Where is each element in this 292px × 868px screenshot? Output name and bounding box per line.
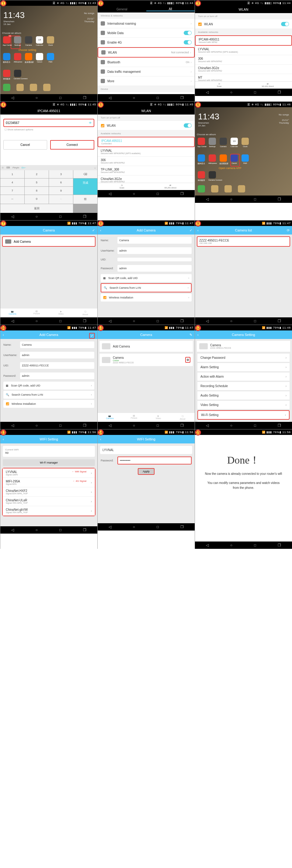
wifi-password-input[interactable]: •••••••••••: [117, 457, 192, 464]
setting-action-alarm[interactable]: Action with Alarm›: [197, 372, 290, 381]
wifi-item[interactable]: 306Secured with WPA/WPA2: [98, 157, 195, 166]
wifi-item[interactable]: LYVNALSecured with WPA/WPA2 (WPS availab…: [195, 46, 292, 55]
wifi-option[interactable]: ChinaNet-HXF2Signal:83% WPA_TKIP›: [3, 487, 95, 497]
tab-video[interactable]: ▶Video: [49, 310, 73, 315]
setting-change-password[interactable]: Change Password›: [197, 353, 290, 362]
camera-item[interactable]: Camera Online ZZZZ-495011-FECCE ⚙: [100, 353, 193, 366]
key[interactable]: 1: [0, 170, 24, 178]
app-camera[interactable]: Camera: [25, 36, 33, 46]
wireless-install-button[interactable]: 📶Wireless Installation›: [3, 400, 94, 408]
key[interactable]: 8: [25, 187, 49, 195]
app-kugou[interactable]: 酷狗音乐: [3, 53, 11, 64]
dock-contacts[interactable]: [16, 84, 24, 92]
key[interactable]: 9: [49, 187, 73, 195]
add-camera-row[interactable]: Add Camera: [100, 341, 193, 352]
setting-video[interactable]: Video Setting›: [197, 401, 290, 409]
wifi-option[interactable]: LYVNALSignal:100%›← Wifi Signal: [3, 468, 95, 478]
key[interactable]: ↔: [0, 195, 24, 204]
wifi-option[interactable]: MIFI-295ASignal:89%›← 4G Signal: [3, 478, 95, 487]
scan-button[interactable]: ⟳Scan: [98, 184, 146, 189]
wifi-item[interactable]: LYVNALSecured with WPA/WPA2 (WPS availab…: [98, 147, 195, 157]
wifi-item[interactable]: 306Secured with WPA/WPA2: [195, 55, 292, 65]
wifi-manager-button[interactable]: Wi-Fi manager: [3, 459, 95, 466]
tab-all[interactable]: All: [146, 7, 195, 11]
wlan-toggle-row[interactable]: 📶WLAN: [98, 121, 195, 130]
key[interactable]: 7: [0, 187, 24, 195]
setting-wifi[interactable]: Wi-Fi Setting›: [197, 410, 290, 420]
check-icon[interactable]: ✓: [89, 333, 95, 339]
refresh-icon[interactable]: ⟳: [287, 228, 290, 232]
name-input[interactable]: Camera: [117, 237, 192, 244]
wlan-direct-button[interactable]: ⇄WLAN direct: [244, 83, 292, 87]
tab-about[interactable]: ⓘAbout: [73, 310, 97, 315]
tab-picture[interactable]: 🖼Picture: [25, 310, 49, 315]
wlan-toggle-row[interactable]: 📶WLAN: [195, 20, 292, 29]
wifi-option[interactable]: ChinaNet-ULaRSignal:78% WPA_TKIP›: [3, 497, 95, 506]
add-camera-button[interactable]: Add Camera: [2, 236, 96, 247]
username-input[interactable]: admin: [117, 247, 192, 254]
gear-icon[interactable]: ⚙: [185, 357, 190, 363]
check-icon[interactable]: ✓: [92, 228, 95, 232]
key[interactable]: 2: [25, 170, 49, 178]
app-aliexpress[interactable]: AliExpress: [14, 53, 22, 64]
nav-recent[interactable]: □: [59, 96, 62, 100]
toggle-icon[interactable]: [184, 31, 192, 35]
wifi-ipcam[interactable]: IPCAM-495011Secured with WPA2: [195, 35, 292, 46]
uid-input[interactable]: [117, 258, 192, 261]
nav-tabs[interactable]: ❐: [83, 96, 86, 100]
clock-widget[interactable]: 11:43 Shenzhen19 Jan: [3, 10, 25, 26]
weather-widget[interactable]: No songs21/11°Thursday: [84, 12, 94, 23]
key-backspace[interactable]: ⌫: [73, 170, 97, 178]
row-bluetooth[interactable]: BluetoothOn›: [98, 58, 195, 67]
tab-general[interactable]: General: [98, 8, 146, 11]
apply-button[interactable]: Apply: [138, 468, 154, 475]
app-app-center[interactable]: 36App Center: [3, 36, 11, 46]
setting-audio[interactable]: Audio Setting›: [197, 391, 290, 400]
toggle-icon[interactable]: [281, 22, 289, 26]
setting-alarm[interactable]: Alarm Setting›: [197, 363, 290, 371]
camera-lan-item[interactable]: ZZZZ-495011-FECCE 192.168.1.88: [197, 236, 290, 247]
album-bar[interactable]: Choose an album: [2, 32, 21, 34]
check-icon[interactable]: ✓: [189, 228, 192, 232]
app-canon[interactable]: Canon: [36, 53, 43, 64]
row-mobile-data[interactable]: Mobile Data: [98, 28, 195, 38]
row-more[interactable]: More›: [98, 76, 195, 86]
row-enable-4g[interactable]: Enable 4G: [98, 38, 195, 47]
app-seller[interactable]: 速卖通卖家: [25, 53, 33, 64]
wifi-item[interactable]: TP-LINK_308Secured with WPA/WPA2: [98, 166, 195, 176]
key[interactable]: 4: [0, 179, 24, 186]
wifi-option[interactable]: ChinaNet-gbVWSignal:78% WPA_TKIP›: [3, 506, 95, 516]
app-pas[interactable]: P&S: [46, 53, 54, 64]
key-symbol[interactable]: 符: [73, 195, 97, 204]
key[interactable]: 3: [49, 170, 73, 178]
app-clock[interactable]: Clock: [46, 36, 54, 46]
dock-phone[interactable]: [30, 84, 37, 92]
nav-back[interactable]: ◁: [11, 96, 14, 100]
key[interactable]: 0: [25, 195, 49, 204]
advanced-checkbox[interactable]: ☐ Show advanced options: [5, 128, 93, 131]
dock-wechat[interactable]: [3, 84, 11, 92]
key[interactable]: 5: [25, 179, 49, 186]
wlan-direct-button[interactable]: ⇄WLAN direct: [146, 184, 195, 189]
nav-home[interactable]: ○: [36, 96, 38, 100]
app-car[interactable]: 神州船车: [3, 70, 11, 81]
cancel-button[interactable]: Cancel: [3, 140, 47, 150]
eye-icon[interactable]: 👁: [89, 121, 92, 125]
row-data-traffic[interactable]: Data traffic management›: [98, 67, 195, 76]
key-done[interactable]: 完成: [73, 179, 97, 195]
setting-recording[interactable]: Recording Schedule›: [197, 382, 290, 390]
connect-button[interactable]: Connect: [50, 140, 95, 150]
scan-qr-button[interactable]: ▦Scan QR code, add UID›: [3, 382, 94, 390]
app-settings[interactable]: Settings: [14, 36, 22, 46]
dock-messages[interactable]: [43, 84, 51, 92]
search-lan-button[interactable]: 🔍Search Camera from LAN›: [101, 283, 192, 292]
wifi-item[interactable]: ChinaNet-3G2eSecured with WPA/WPA2: [195, 65, 292, 74]
back-icon[interactable]: ‹: [100, 228, 101, 232]
key[interactable]: 6: [49, 179, 73, 186]
tab-camera[interactable]: 📷Camera: [0, 310, 25, 315]
password-input[interactable]: 01234567👁: [3, 119, 94, 127]
app-calendar[interactable]: 19Calendar: [36, 36, 43, 46]
search-lan-button[interactable]: 🔍Search Camera from LAN›: [3, 391, 94, 399]
key[interactable]: ·: [49, 195, 73, 204]
edit-icon[interactable]: ✎: [189, 333, 192, 337]
